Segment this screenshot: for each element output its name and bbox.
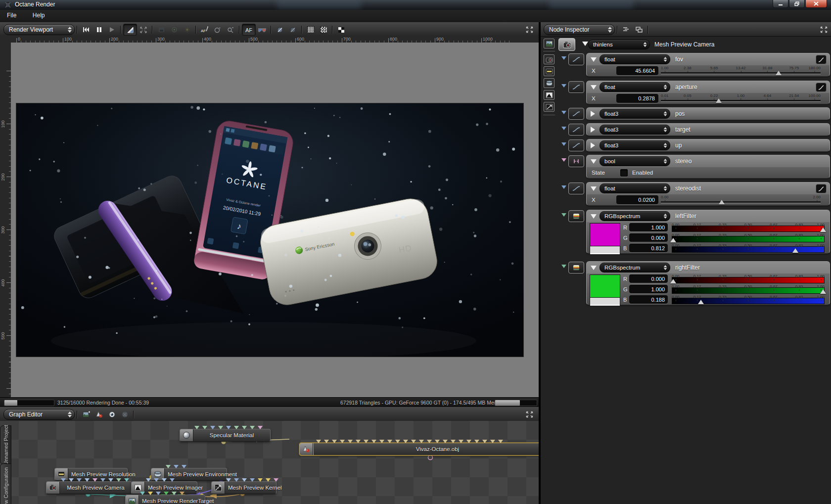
graph-editor-selector-dropdown[interactable]: Graph Editor xyxy=(3,409,75,420)
slider-handle[interactable] xyxy=(820,289,826,294)
node-input-pin[interactable] xyxy=(250,478,255,482)
node-input-pin[interactable] xyxy=(371,440,376,443)
node-input-pin[interactable] xyxy=(69,478,74,482)
node-input-pin[interactable] xyxy=(250,426,255,429)
root-expand-triangle[interactable] xyxy=(582,42,588,46)
viewport-selector-dropdown[interactable]: Render Viewport xyxy=(3,24,75,35)
node-input-pin[interactable] xyxy=(166,465,171,468)
expand-triangle[interactable] xyxy=(591,57,597,62)
thinlens-node-chip[interactable] xyxy=(558,38,575,51)
node-input-pin[interactable] xyxy=(482,440,487,443)
param-type-dropdown[interactable]: float3 xyxy=(600,140,670,150)
anaglyph-stereo-button[interactable] xyxy=(256,24,269,35)
node-vivaz-octane-obj[interactable]: Vivaz-Octane.obj xyxy=(299,443,539,456)
slider-handle[interactable] xyxy=(698,300,704,304)
node-input-pin[interactable] xyxy=(234,478,239,482)
param-type-dropdown[interactable]: float xyxy=(600,54,670,64)
node-input-pin[interactable] xyxy=(182,465,186,468)
node-input-pin[interactable] xyxy=(194,426,199,429)
rgbspectrum-node-chip[interactable] xyxy=(568,210,584,222)
node-input-pin[interactable] xyxy=(258,478,263,482)
collapsed-triangle[interactable] xyxy=(591,142,595,148)
node-input-pin[interactable] xyxy=(459,440,463,443)
node-input-pin[interactable] xyxy=(364,440,369,443)
slider-handle[interactable] xyxy=(670,279,676,283)
expand-triangle[interactable] xyxy=(591,266,597,270)
float-node-chip[interactable] xyxy=(568,183,584,194)
minimize-button[interactable] xyxy=(773,0,788,8)
expand-triangle[interactable] xyxy=(591,159,597,164)
param-type-dropdown[interactable]: bool xyxy=(600,156,670,166)
sun-position-button[interactable] xyxy=(181,24,193,35)
node-mesh-preview-kernel[interactable]: Mesh Preview Kernel xyxy=(211,481,277,494)
aperture-slider[interactable]: 0.010.050.221.004.6421.54100.00 xyxy=(661,93,821,104)
slider-handle[interactable] xyxy=(776,71,782,75)
param-type-dropdown[interactable]: float3 xyxy=(600,109,670,119)
float-node-chip[interactable] xyxy=(568,53,584,65)
node-input-pin[interactable] xyxy=(490,440,495,443)
menu-file[interactable]: File xyxy=(0,10,23,21)
node-mesh-preview-rendertarget[interactable]: Mesh Preview RenderTarget xyxy=(125,495,205,504)
rgbspectrum-node-chip[interactable] xyxy=(568,262,584,274)
slider-handle[interactable] xyxy=(719,200,725,204)
rightfilter-b-field[interactable]: 0.188 xyxy=(629,295,668,304)
node-input-pin[interactable] xyxy=(498,440,503,443)
node-input-pin[interactable] xyxy=(226,426,231,429)
node-inspector-selector-dropdown[interactable]: Node Inspector xyxy=(544,24,615,35)
node-input-pin[interactable] xyxy=(451,440,456,443)
response-curve-button[interactable] xyxy=(816,83,827,92)
fov-slider[interactable]: 1.002.385.6513.4231.8875.75180.00 xyxy=(661,65,821,76)
param-type-dropdown[interactable]: float xyxy=(600,183,670,193)
node-input-pin[interactable] xyxy=(419,440,424,443)
node-specular-material[interactable]: Specular Material xyxy=(180,429,271,442)
node-input-pin[interactable] xyxy=(324,440,329,443)
close-button[interactable] xyxy=(805,0,827,8)
node-input-pin[interactable] xyxy=(427,440,432,443)
sidebar-camera-icon[interactable] xyxy=(544,54,554,64)
node-input-pin[interactable] xyxy=(146,478,151,482)
sidebar-rendertarget-icon[interactable] xyxy=(544,39,554,48)
node-mesh-preview-camera[interactable]: Mesh Preview Camera xyxy=(46,481,132,494)
sidebar-environment-icon[interactable] xyxy=(544,78,554,88)
response-curve-button[interactable] xyxy=(816,55,827,64)
node-input-pin[interactable] xyxy=(332,440,337,443)
viewport-expand-button[interactable] xyxy=(523,24,536,35)
fov-value-field[interactable]: 45.6604 xyxy=(616,66,658,75)
rightfilter-b-slider[interactable]: 0.000.170.330.500.670.831.00 xyxy=(672,294,825,305)
lens-distortion-button[interactable] xyxy=(286,24,299,35)
film-grain-fine-button[interactable] xyxy=(304,24,317,35)
node-input-pin[interactable] xyxy=(210,426,215,429)
node-input-pin[interactable] xyxy=(348,440,353,443)
collapsed-triangle[interactable] xyxy=(591,127,595,133)
node-input-pin[interactable] xyxy=(379,440,384,443)
rightfilter-g-slider[interactable]: 0.000.170.330.500.670.831.00 xyxy=(672,284,825,294)
node-input-pin[interactable] xyxy=(92,478,97,482)
slider-handle[interactable] xyxy=(792,248,798,253)
response-curve-button[interactable] xyxy=(816,184,827,193)
sidebar-resolution-icon[interactable] xyxy=(544,66,554,76)
expand-triangle[interactable] xyxy=(591,214,597,219)
aperture-value-field[interactable]: 0.2878 xyxy=(616,94,658,103)
node-input-pin[interactable] xyxy=(474,440,479,443)
leftfilter-r-slider[interactable]: 0.000.170.330.500.670.831.00 xyxy=(672,222,825,232)
param-type-dropdown[interactable]: float xyxy=(600,82,670,92)
node-input-pin[interactable] xyxy=(395,440,400,443)
rightfilter-r-slider[interactable]: 0.000.170.330.500.670.831.00 xyxy=(672,274,825,284)
root-type-dropdown[interactable]: thinlens xyxy=(588,40,650,49)
title-bar[interactable]: Octane Render xyxy=(0,0,831,10)
node-input-pin[interactable] xyxy=(148,492,153,495)
node-input-pin[interactable] xyxy=(108,478,113,482)
slider-handle[interactable] xyxy=(716,98,722,103)
stereodist-value-field[interactable]: 0.0200 xyxy=(616,195,658,204)
rightfilter-r-field[interactable]: 0.000 xyxy=(629,275,668,283)
pause-render-button[interactable] xyxy=(92,24,105,35)
expand-triangle[interactable] xyxy=(591,85,597,90)
collapse-hierarchy-button[interactable] xyxy=(620,24,633,35)
lens-shift-button[interactable] xyxy=(274,24,286,35)
node-input-pin[interactable] xyxy=(100,478,105,482)
leftfilter-g-slider[interactable]: 0.000.170.330.500.670.831.00 xyxy=(672,232,825,243)
viewport-canvas[interactable]: OCTANE Vivaz & Octane render 20/02/2010 … xyxy=(11,43,539,397)
node-input-pin[interactable] xyxy=(85,478,90,482)
node-input-pin[interactable] xyxy=(174,465,179,468)
graph-expand-button[interactable] xyxy=(523,409,536,420)
